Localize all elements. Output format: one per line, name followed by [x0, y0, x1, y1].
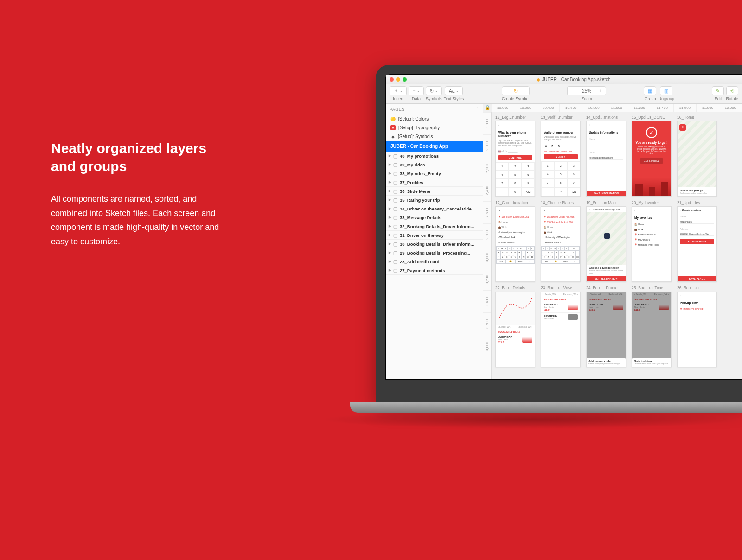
layer-item[interactable]: ▶▢38_My rides_Empty: [386, 169, 483, 178]
insert-button[interactable]: ＋ ⌄: [390, 86, 407, 95]
artboard[interactable]: 17_Cho…tionation✕📍 155 Brown Estate Apt.…: [495, 200, 535, 282]
layer-item[interactable]: ▶▢29_Booking Details_Processing...: [386, 248, 483, 257]
artboard[interactable]: 22_Boo…Details‹ Seattle, WARedmond, WA ›…: [495, 286, 535, 367]
minimize-icon[interactable]: [396, 77, 400, 82]
layer-item[interactable]: ▶▢31_Driver on the way: [386, 231, 483, 240]
zoom-in-button[interactable]: +: [595, 86, 606, 95]
layer-item[interactable]: ▶▢28_Add credit card: [386, 257, 483, 266]
collapse-pages-icon[interactable]: ⌃: [475, 107, 480, 111]
artboard[interactable]: 14_Upd…mations‹Update informationsName E…: [586, 115, 626, 197]
group-button[interactable]: ▦: [644, 86, 656, 95]
artboard[interactable]: 23_Boo…ull View‹ Seattle, WARedmond, WA …: [541, 286, 581, 367]
layer-item[interactable]: ▶▢36_Slide Menu: [386, 187, 483, 196]
edit-button[interactable]: ✎: [712, 86, 724, 95]
close-icon[interactable]: [390, 77, 394, 82]
zoom-icon[interactable]: [403, 77, 407, 82]
page-item[interactable]: 🟡[Setup]: Colors: [386, 115, 483, 123]
page-item-selected[interactable]: JUBER - Car Booking App: [386, 141, 483, 152]
marketing-body: All components are named, sorted, and co…: [51, 192, 227, 248]
textstyles-button[interactable]: Aa ⌄: [445, 86, 463, 95]
layers-panel: PAGES ＋ ⌃ 🟡[Setup]: Colors A[Setup]: Typ…: [386, 104, 483, 379]
lock-icon[interactable]: 🔒: [485, 105, 490, 110]
artboard[interactable]: 20_My favorites‹My favorites🏠 Home💼 Work…: [632, 200, 672, 282]
zoom-out-button[interactable]: −: [567, 86, 578, 95]
layer-item[interactable]: ▶▢40_My promotions: [386, 152, 483, 160]
artboard[interactable]: 26_Boo…ch‹Pick-up Time⦿ IMMEDIATE PICK-U…: [677, 286, 717, 367]
ungroup-button[interactable]: ▥: [660, 86, 672, 95]
layer-item[interactable]: ▶▢34_Driver on the way_Cancel Ride: [386, 204, 483, 213]
artboard[interactable]: 24_Boo…_Promo‹ Seattle, WARedmond, WA ›S…: [586, 286, 626, 367]
artboards-grid: 12_Log…number‹What is your phone number?…: [495, 115, 742, 379]
artboard[interactable]: 19_Set…on Map‹ 27 Dawson Square Apt. 343…: [586, 200, 626, 282]
layer-item[interactable]: ▶▢37_Profiles: [386, 178, 483, 187]
layer-item[interactable]: ▶▢33_Message Details: [386, 213, 483, 222]
canvas[interactable]: 🔒 10,00010,20010,40010,60010,80011,00011…: [483, 104, 742, 379]
artboard[interactable]: 21_Upd…tes‹ Update favorite pNameMcDonal…: [677, 200, 717, 282]
symbols-button[interactable]: ↻ ⌄: [426, 86, 442, 95]
marketing-heading: Neatly organized layers and groups: [51, 139, 227, 175]
laptop-mockup: ◆ JUBER - Car Booking App.sketch ＋ ⌄ Ins…: [376, 65, 742, 403]
rotate-button[interactable]: ⟲: [726, 86, 738, 95]
create-symbol-button[interactable]: ↻: [502, 86, 530, 95]
layer-item[interactable]: ▶▢27_Payment methods: [386, 266, 483, 275]
toolbar: ＋ ⌄ Insert ≡ ⌄ Data ↻ ⌄ Symbols Aa ⌄ Tex…: [386, 84, 742, 104]
ruler-vertical: 1,8002,0002,2002,4002,6002,8003,0003,200…: [483, 112, 492, 379]
layer-item[interactable]: ▶▢30_Booking Details_Driver Inform...: [386, 240, 483, 248]
artboard[interactable]: 13_Verif…number‹Verify phone numberCheck…: [541, 115, 581, 197]
pages-label: PAGES: [390, 107, 405, 112]
artboard[interactable]: 25_Boo…up Time‹ Seattle, WARedmond, WA ›…: [632, 286, 672, 367]
layer-item[interactable]: ▶▢35_Rating your trip: [386, 196, 483, 204]
data-button[interactable]: ≡ ⌄: [409, 86, 424, 95]
ruler-horizontal: 10,00010,20010,40010,60010,80011,00011,2…: [492, 104, 742, 112]
window-title: JUBER - Car Booking App.sketch: [542, 77, 610, 82]
add-page-icon[interactable]: ＋: [468, 107, 473, 111]
sketch-window: ◆ JUBER - Car Booking App.sketch ＋ ⌄ Ins…: [386, 75, 742, 379]
artboard[interactable]: 15_Upd…s_DONE✓You are ready to go !Thank…: [632, 115, 672, 197]
layer-item[interactable]: ▶▢39_My rides: [386, 160, 483, 169]
marketing-copy: Neatly organized layers and groups All c…: [51, 139, 227, 248]
layer-item[interactable]: ▶▢32_Booking Details_Driver Inform...: [386, 222, 483, 231]
artboard[interactable]: 16_Home✚Where are you goBook on demand o…: [677, 115, 717, 197]
artboard[interactable]: 18_Cho…e Places✕📍 155 Brown Estate Apt. …: [541, 200, 581, 282]
page-item[interactable]: ◆[Setup]: Symbols: [386, 132, 483, 141]
artboard[interactable]: 12_Log…number‹What is your phone number?…: [495, 115, 535, 197]
titlebar: ◆ JUBER - Car Booking App.sketch: [386, 75, 742, 84]
zoom-value[interactable]: 25%: [578, 86, 595, 95]
page-item[interactable]: A[Setup]: Typography: [386, 123, 483, 132]
